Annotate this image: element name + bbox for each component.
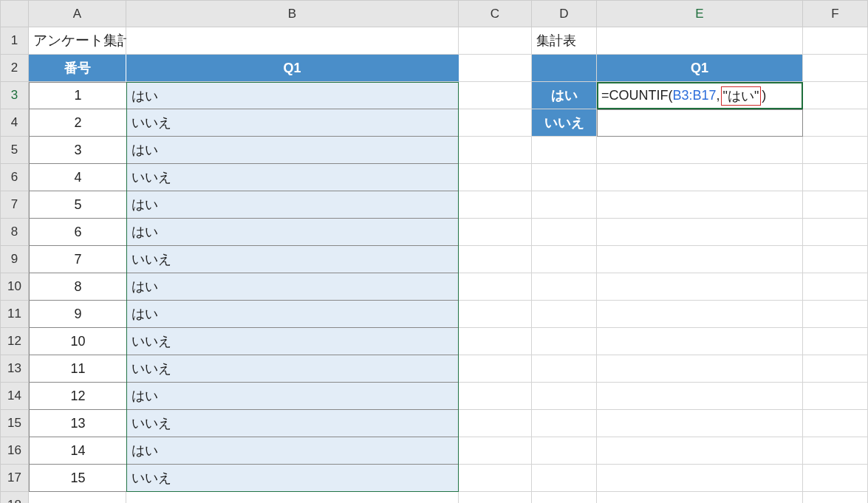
cell-C1[interactable] bbox=[459, 27, 532, 55]
cell-D7[interactable] bbox=[532, 191, 597, 219]
cell-E10[interactable] bbox=[597, 273, 803, 301]
left-val-cell[interactable]: いいえ bbox=[126, 410, 459, 437]
row-header-13[interactable]: 13 bbox=[0, 355, 29, 383]
row-header-10[interactable]: 10 bbox=[0, 273, 29, 301]
cell-C2[interactable] bbox=[459, 55, 532, 82]
cell-F15[interactable] bbox=[803, 410, 868, 437]
col-header-E[interactable]: E bbox=[597, 0, 803, 27]
cell-E6[interactable] bbox=[597, 164, 803, 191]
cell-E15[interactable] bbox=[597, 410, 803, 437]
cell-C17[interactable] bbox=[459, 465, 532, 492]
summary-value-no[interactable] bbox=[597, 109, 803, 137]
cell-E13[interactable] bbox=[597, 355, 803, 383]
left-num-cell[interactable]: 2 bbox=[29, 109, 126, 137]
row-header-6[interactable]: 6 bbox=[0, 164, 29, 191]
cell-C7[interactable] bbox=[459, 191, 532, 219]
row-header-17[interactable]: 17 bbox=[0, 465, 29, 492]
left-num-cell[interactable]: 7 bbox=[29, 246, 126, 273]
cell-E8[interactable] bbox=[597, 219, 803, 246]
cell-E1[interactable] bbox=[597, 27, 803, 55]
cell-F2[interactable] bbox=[803, 55, 868, 82]
col-header-F[interactable]: F bbox=[803, 0, 868, 27]
cell-C11[interactable] bbox=[459, 301, 532, 328]
cell-C9[interactable] bbox=[459, 246, 532, 273]
col-header-C[interactable]: C bbox=[459, 0, 532, 27]
cell-F5[interactable] bbox=[803, 137, 868, 164]
cell-F1[interactable] bbox=[803, 27, 868, 55]
col-header-B[interactable]: B bbox=[126, 0, 459, 27]
cell-C4[interactable] bbox=[459, 109, 532, 137]
cell-F6[interactable] bbox=[803, 164, 868, 191]
cell-D8[interactable] bbox=[532, 219, 597, 246]
cell-D10[interactable] bbox=[532, 273, 597, 301]
left-num-cell[interactable]: 10 bbox=[29, 328, 126, 355]
left-num-cell[interactable]: 5 bbox=[29, 191, 126, 219]
row-header-1[interactable]: 1 bbox=[0, 27, 29, 55]
left-num-cell[interactable]: 13 bbox=[29, 410, 126, 437]
left-val-cell[interactable]: いいえ bbox=[126, 465, 459, 492]
cell-F16[interactable] bbox=[803, 437, 868, 465]
cell-C5[interactable] bbox=[459, 137, 532, 164]
cell-F4[interactable] bbox=[803, 109, 868, 137]
cell-C13[interactable] bbox=[459, 355, 532, 383]
cell-D15[interactable] bbox=[532, 410, 597, 437]
left-val-cell[interactable]: いいえ bbox=[126, 328, 459, 355]
left-num-cell[interactable]: 15 bbox=[29, 465, 126, 492]
cell-F10[interactable] bbox=[803, 273, 868, 301]
row-header-3[interactable]: 3 bbox=[0, 82, 29, 109]
left-num-cell[interactable]: 8 bbox=[29, 273, 126, 301]
cell-D17[interactable] bbox=[532, 465, 597, 492]
row-header-11[interactable]: 11 bbox=[0, 301, 29, 328]
cell-E11[interactable] bbox=[597, 301, 803, 328]
row-header-7[interactable]: 7 bbox=[0, 191, 29, 219]
left-num-cell[interactable]: 4 bbox=[29, 164, 126, 191]
left-num-cell[interactable]: 9 bbox=[29, 301, 126, 328]
cell-F8[interactable] bbox=[803, 219, 868, 246]
row-header-12[interactable]: 12 bbox=[0, 328, 29, 355]
left-val-cell[interactable]: はい bbox=[126, 219, 459, 246]
cell-E9[interactable] bbox=[597, 246, 803, 273]
cell-C8[interactable] bbox=[459, 219, 532, 246]
cell-D12[interactable] bbox=[532, 328, 597, 355]
row-header-4[interactable]: 4 bbox=[0, 109, 29, 137]
left-num-cell[interactable]: 6 bbox=[29, 219, 126, 246]
left-num-cell[interactable]: 3 bbox=[29, 137, 126, 164]
cell-E17[interactable] bbox=[597, 465, 803, 492]
cell-B18[interactable] bbox=[126, 492, 459, 503]
cell-D16[interactable] bbox=[532, 437, 597, 465]
cell-C10[interactable] bbox=[459, 273, 532, 301]
cell-D9[interactable] bbox=[532, 246, 597, 273]
cell-C15[interactable] bbox=[459, 410, 532, 437]
cell-F7[interactable] bbox=[803, 191, 868, 219]
cell-D11[interactable] bbox=[532, 301, 597, 328]
left-num-cell[interactable]: 12 bbox=[29, 383, 126, 410]
col-header-D[interactable]: D bbox=[532, 0, 597, 27]
cell-D18[interactable] bbox=[532, 492, 597, 503]
cell-C3[interactable] bbox=[459, 82, 532, 109]
left-num-cell[interactable]: 14 bbox=[29, 437, 126, 465]
row-header-8[interactable]: 8 bbox=[0, 219, 29, 246]
row-header-15[interactable]: 15 bbox=[0, 410, 29, 437]
left-val-cell[interactable]: はい bbox=[126, 191, 459, 219]
cell-E5[interactable] bbox=[597, 137, 803, 164]
left-val-cell[interactable]: いいえ bbox=[126, 109, 459, 137]
cell-D13[interactable] bbox=[532, 355, 597, 383]
cell-C14[interactable] bbox=[459, 383, 532, 410]
cell-F13[interactable] bbox=[803, 355, 868, 383]
cell-A18[interactable] bbox=[29, 492, 126, 503]
cell-D14[interactable] bbox=[532, 383, 597, 410]
left-val-cell[interactable]: はい bbox=[126, 437, 459, 465]
cell-C6[interactable] bbox=[459, 164, 532, 191]
row-header-18[interactable]: 18 bbox=[0, 492, 29, 503]
left-num-cell[interactable]: 11 bbox=[29, 355, 126, 383]
row-header-14[interactable]: 14 bbox=[0, 383, 29, 410]
left-val-cell[interactable]: はい bbox=[126, 273, 459, 301]
left-val-cell[interactable]: はい bbox=[126, 383, 459, 410]
cell-C18[interactable] bbox=[459, 492, 532, 503]
cell-D6[interactable] bbox=[532, 164, 597, 191]
cell-E14[interactable] bbox=[597, 383, 803, 410]
cell-C12[interactable] bbox=[459, 328, 532, 355]
left-val-cell[interactable]: はい bbox=[126, 301, 459, 328]
left-val-cell[interactable]: はい bbox=[126, 137, 459, 164]
cell-F3[interactable] bbox=[803, 82, 868, 109]
